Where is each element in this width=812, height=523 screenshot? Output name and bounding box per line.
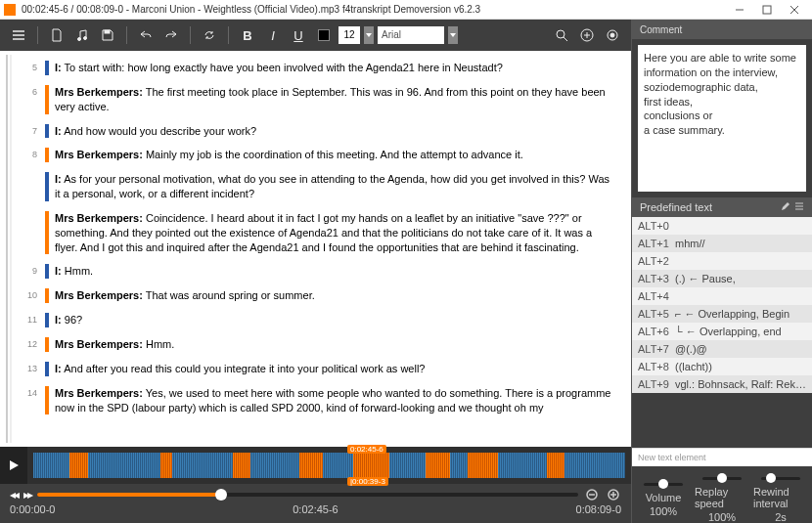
speaker-gutter — [45, 313, 49, 327]
forward-button[interactable]: ▸▸ — [23, 488, 31, 501]
utterance-text: As for your personal motivation, what do… — [55, 173, 609, 199]
predef-row[interactable]: ALT+7@(.)@ — [632, 340, 812, 358]
waveform-panel: 0:02:45-6 |0:00:39-3 — [0, 447, 631, 484]
transcript-paragraph[interactable]: 13I: And after you read this could you i… — [22, 362, 623, 376]
transcript-paragraph[interactable]: 10Mrs Berkempers: That was around spring… — [22, 288, 623, 303]
predef-row[interactable]: ALT+9vgl.: Bohnsack, Ralf: Rekonstruktiv… — [632, 375, 812, 393]
redo-icon[interactable] — [160, 24, 182, 46]
line-number: 11 — [22, 313, 37, 327]
predef-row[interactable]: ALT+8((lacht)) — [632, 358, 812, 375]
underline-button[interactable]: U — [288, 24, 309, 46]
utterance-text: Hmm. — [62, 265, 93, 277]
transcript-paragraph[interactable]: 11I: 96? — [22, 313, 623, 327]
transcript-paragraph[interactable]: Mrs Berkempers: Coincidence. I heard abo… — [22, 211, 623, 255]
font-family-input[interactable]: Arial — [378, 26, 444, 44]
speaker-label: I: — [55, 62, 62, 73]
rewind-slider[interactable] — [761, 477, 800, 480]
predef-row[interactable]: ALT+5⌐ ← Overlapping, Begin — [632, 305, 812, 323]
line-number — [22, 172, 37, 201]
wave-marker-bottom: |0:00:39-3 — [347, 477, 388, 486]
speaker-label: Mrs Berkempers: — [55, 86, 143, 98]
progress-slider[interactable] — [37, 493, 578, 497]
predef-key: ALT+9 — [632, 378, 675, 390]
minimize-button[interactable] — [726, 1, 753, 19]
transcript-paragraph[interactable]: 9I: Hmm. — [22, 264, 623, 279]
sync-icon[interactable] — [199, 24, 220, 46]
target-icon[interactable] — [602, 24, 623, 46]
volume-label: Volume — [646, 492, 682, 503]
transcript-paragraph[interactable]: 14Mrs Berkempers: Yes, we used to meet h… — [22, 386, 623, 415]
predef-row[interactable]: ALT+3(.) ← Pause, — [632, 270, 812, 287]
color-swatch[interactable] — [313, 24, 335, 46]
app-icon — [4, 4, 16, 16]
time-end: 0:08:09-0 — [576, 503, 621, 515]
utterance-text: And how would you describe your work? — [62, 125, 256, 137]
search-icon[interactable] — [551, 24, 572, 46]
predef-key: ALT+3 — [632, 273, 675, 284]
predef-row[interactable]: ALT+6└ ← Overlapping, end — [632, 323, 812, 340]
music-icon[interactable] — [71, 24, 93, 46]
speaker-gutter — [45, 148, 49, 162]
bold-button[interactable]: B — [237, 24, 258, 46]
utterance-text: Mainly my job is the coordination of thi… — [143, 149, 523, 160]
zoom-out-button[interactable] — [584, 487, 600, 502]
menu-icon[interactable] — [8, 24, 29, 46]
italic-button[interactable]: I — [262, 24, 284, 46]
document-icon[interactable] — [46, 24, 68, 46]
speed-slider[interactable] — [702, 477, 742, 480]
volume-slider[interactable] — [644, 483, 683, 486]
font-size-dropdown[interactable] — [364, 26, 374, 44]
predef-key: ALT+5 — [632, 308, 675, 320]
font-family-dropdown[interactable] — [448, 26, 458, 44]
new-text-element[interactable]: New text element — [632, 448, 812, 466]
speaker-label: Mrs Berkempers: — [55, 149, 143, 160]
comment-box[interactable]: Here you are able to write some informat… — [638, 45, 806, 192]
zoom-in-button[interactable] — [606, 487, 621, 502]
predef-menu-icon[interactable] — [794, 201, 804, 213]
playback-controls: Volume 100% Replay speed 100% Rewind int… — [632, 472, 812, 523]
transcript-area[interactable]: 5I: To start with: how long exactly have… — [0, 51, 631, 447]
transcript-paragraph[interactable]: 5I: To start with: how long exactly have… — [22, 61, 623, 75]
undo-icon[interactable] — [135, 24, 157, 46]
speaker-gutter — [45, 85, 49, 114]
predef-edit-icon[interactable] — [781, 201, 790, 213]
svg-point-5 — [84, 37, 87, 40]
rewind-button[interactable]: ◂◂ — [10, 488, 18, 501]
line-number — [22, 211, 37, 255]
predef-key: ALT+8 — [632, 361, 675, 372]
transcript-paragraph[interactable]: 12Mrs Berkempers: Hmm. — [22, 337, 623, 352]
predef-row[interactable]: ALT+0 — [632, 217, 812, 235]
predef-value: mhm// — [675, 238, 812, 249]
predef-key: ALT+4 — [632, 290, 675, 302]
predef-row[interactable]: ALT+4 — [632, 287, 812, 305]
time-current: 0:02:45-6 — [55, 503, 575, 515]
transcript-paragraph[interactable]: I: As for your personal motivation, what… — [22, 172, 623, 201]
speaker-gutter — [45, 288, 49, 303]
speaker-gutter — [45, 211, 49, 255]
transcript-paragraph[interactable]: 6Mrs Berkempers: The first meeting took … — [22, 85, 623, 114]
transcript-paragraph[interactable]: 8Mrs Berkempers: Mainly my job is the co… — [22, 148, 623, 162]
add-icon[interactable] — [576, 24, 598, 46]
save-icon[interactable] — [97, 24, 118, 46]
line-number: 13 — [22, 362, 37, 376]
font-size-input[interactable]: 12 — [338, 26, 360, 44]
utterance-text: Hmm. — [143, 338, 174, 350]
maximize-button[interactable] — [753, 1, 781, 19]
play-button[interactable] — [0, 447, 27, 484]
utterance-text: To start with: how long exactly have you… — [62, 62, 503, 73]
speaker-gutter — [45, 172, 49, 201]
speaker-label: I: — [55, 173, 62, 185]
waveform[interactable]: 0:02:45-6 |0:00:39-3 — [27, 447, 631, 484]
predef-row[interactable]: ALT+2 — [632, 252, 812, 270]
svg-point-4 — [78, 38, 81, 41]
predef-row[interactable]: ALT+1mhm// — [632, 235, 812, 252]
line-number: 9 — [22, 264, 37, 279]
speaker-label: I: — [55, 125, 62, 137]
svg-line-8 — [564, 37, 567, 41]
line-number: 5 — [22, 61, 37, 75]
predef-key: ALT+0 — [632, 220, 675, 232]
line-number: 7 — [22, 124, 37, 139]
transcript-paragraph[interactable]: 7I: And how would you describe your work… — [22, 124, 623, 139]
predefined-header: Predefined text — [640, 201, 712, 213]
close-button[interactable] — [781, 1, 808, 19]
